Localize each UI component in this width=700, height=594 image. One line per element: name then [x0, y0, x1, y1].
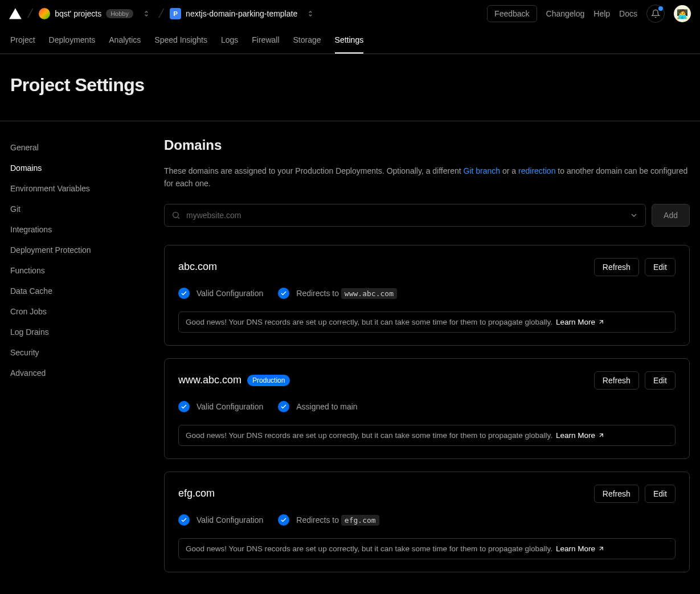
section-description: These domains are assigned to your Produ… — [164, 165, 690, 190]
sidebar-item-functions[interactable]: Functions — [10, 260, 146, 281]
tab-project[interactable]: Project — [10, 27, 35, 54]
vercel-logo-icon[interactable] — [9, 8, 22, 19]
domain-card: abc.com Refresh Edit Valid Configuration… — [164, 245, 690, 346]
sidebar-item-git[interactable]: Git — [10, 199, 146, 219]
sidebar-item-general[interactable]: General — [10, 137, 146, 158]
git-branch-link[interactable]: Git branch — [464, 166, 501, 175]
refresh-button[interactable]: Refresh — [594, 371, 639, 390]
project-avatar: P — [170, 8, 181, 19]
search-icon — [171, 211, 181, 220]
plan-badge: Hobby — [106, 9, 133, 18]
status-valid-config: Valid Configuration — [178, 514, 263, 526]
team-name: bqst' projects — [55, 9, 101, 18]
notification-dot — [658, 6, 663, 11]
project-name: nextjs-domain-parking-template — [186, 9, 297, 18]
help-link[interactable]: Help — [593, 9, 610, 18]
dns-note: Good news! Your DNS records are set up c… — [178, 425, 676, 446]
sidebar-item-log-drains[interactable]: Log Drains — [10, 322, 146, 342]
sidebar-item-advanced[interactable]: Advanced — [10, 363, 146, 383]
check-icon — [278, 288, 289, 299]
domain-card: efg.com Refresh Edit Valid Configuration… — [164, 472, 690, 572]
learn-more-link[interactable]: Learn More — [556, 544, 605, 553]
sidebar-item-integrations[interactable]: Integrations — [10, 219, 146, 240]
refresh-button[interactable]: Refresh — [594, 485, 639, 503]
sidebar-item-cron-jobs[interactable]: Cron Jobs — [10, 301, 146, 322]
check-icon — [278, 514, 289, 526]
tab-storage[interactable]: Storage — [293, 27, 321, 54]
edit-button[interactable]: Edit — [645, 258, 676, 276]
tab-analytics[interactable]: Analytics — [109, 27, 141, 54]
settings-sidebar: GeneralDomainsEnvironment VariablesGitIn… — [10, 137, 146, 585]
tab-deployments[interactable]: Deployments — [49, 27, 96, 54]
sidebar-item-security[interactable]: Security — [10, 342, 146, 363]
project-switcher-icon[interactable] — [304, 7, 317, 20]
section-title: Domains — [164, 137, 690, 153]
domain-card: www.abc.com Production Refresh Edit Vali… — [164, 358, 690, 459]
check-icon — [178, 288, 190, 299]
tab-firewall[interactable]: Firewall — [252, 27, 279, 54]
breadcrumb-slash: / — [157, 6, 165, 21]
feedback-button[interactable]: Feedback — [487, 5, 537, 22]
status-assigned: Assigned to main — [278, 401, 357, 412]
tab-logs[interactable]: Logs — [221, 27, 238, 54]
refresh-button[interactable]: Refresh — [594, 258, 639, 276]
redirect-target: efg.com — [341, 515, 379, 526]
dns-note: Good news! Your DNS records are set up c… — [178, 312, 676, 333]
add-domain-button[interactable]: Add — [652, 204, 690, 227]
check-icon — [178, 514, 190, 526]
status-redirect: Redirects to efg.com — [278, 514, 379, 526]
learn-more-link[interactable]: Learn More — [556, 318, 605, 326]
tab-speed-insights[interactable]: Speed Insights — [154, 27, 207, 54]
docs-link[interactable]: Docs — [619, 9, 637, 18]
team-scope[interactable]: bqst' projects Hobby — [39, 8, 133, 19]
dns-note: Good news! Your DNS records are set up c… — [178, 538, 676, 559]
production-badge: Production — [247, 375, 290, 386]
check-icon — [178, 401, 190, 412]
domain-name: www.abc.com — [178, 374, 241, 386]
sidebar-item-environment-variables[interactable]: Environment Variables — [10, 178, 146, 199]
sidebar-item-domains[interactable]: Domains — [10, 158, 146, 178]
bell-icon — [651, 9, 660, 18]
svg-point-0 — [173, 212, 178, 217]
project-scope[interactable]: P nextjs-domain-parking-template — [170, 8, 297, 19]
team-switcher-icon[interactable] — [140, 7, 153, 20]
redirect-target: www.abc.com — [341, 288, 397, 299]
check-icon — [278, 401, 289, 412]
notifications-button[interactable] — [646, 5, 665, 23]
sidebar-item-data-cache[interactable]: Data Cache — [10, 281, 146, 301]
domain-name: efg.com — [178, 488, 215, 499]
status-valid-config: Valid Configuration — [178, 288, 263, 299]
domain-input[interactable] — [186, 211, 624, 220]
learn-more-link[interactable]: Learn More — [556, 431, 605, 440]
team-avatar — [39, 8, 50, 19]
chevron-down-icon[interactable] — [629, 211, 638, 220]
page-title: Project Settings — [10, 75, 690, 96]
breadcrumb-slash: / — [27, 6, 34, 21]
status-valid-config: Valid Configuration — [178, 401, 263, 412]
domain-input-wrap[interactable] — [164, 204, 646, 227]
user-avatar[interactable]: 🧑‍💻 — [674, 5, 691, 22]
redirection-link[interactable]: redirection — [518, 166, 555, 175]
domain-name: abc.com — [178, 261, 217, 273]
changelog-link[interactable]: Changelog — [546, 9, 585, 18]
edit-button[interactable]: Edit — [645, 371, 676, 390]
sidebar-item-deployment-protection[interactable]: Deployment Protection — [10, 240, 146, 260]
tab-settings[interactable]: Settings — [335, 27, 364, 54]
project-tabs: ProjectDeploymentsAnalyticsSpeed Insight… — [0, 27, 700, 54]
status-redirect: Redirects to www.abc.com — [278, 288, 397, 299]
edit-button[interactable]: Edit — [645, 485, 676, 503]
